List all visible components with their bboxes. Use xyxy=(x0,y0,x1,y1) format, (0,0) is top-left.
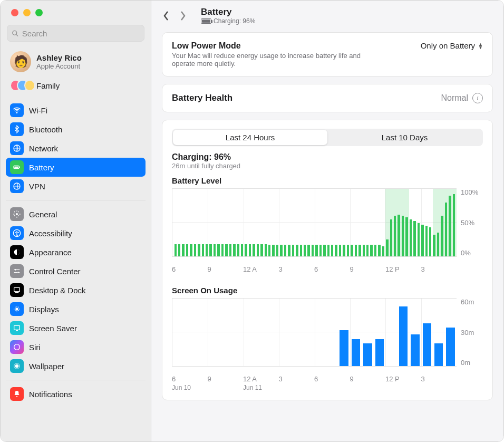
usage-plot xyxy=(172,298,457,367)
sidebar-item-label: Desktop & Dock xyxy=(29,286,86,295)
sidebar-item-wifi[interactable]: Wi-Fi xyxy=(6,101,146,120)
wallpaper-icon xyxy=(10,359,24,373)
battery-health-value: Normal xyxy=(441,93,468,103)
lpm-label: Low Power Mode xyxy=(172,41,362,51)
window-controls xyxy=(6,1,146,22)
lpm-select[interactable]: Only on Battery ▲▼ xyxy=(421,41,483,50)
sidebar-item-label: General xyxy=(29,210,57,219)
sidebar-item-displays[interactable]: Displays xyxy=(6,300,146,319)
sidebar-item-notifications[interactable]: Notifications xyxy=(6,385,146,403)
usage-y-axis: 60m30m0m xyxy=(457,298,483,367)
nav-back-button[interactable] xyxy=(159,8,173,23)
svg-rect-14 xyxy=(15,292,19,293)
family-avatars xyxy=(10,80,31,91)
chart-title: Battery Level xyxy=(172,176,483,185)
sidebar-item-label: Bluetooth xyxy=(29,125,62,134)
sidebar-item-desktopdock[interactable]: Desktop & Dock xyxy=(6,281,146,300)
fullscreen-window-button[interactable] xyxy=(35,9,43,16)
search-input[interactable] xyxy=(22,29,140,38)
sidebar-item-battery[interactable]: Battery xyxy=(6,158,146,177)
svg-point-15 xyxy=(15,308,18,310)
battery-x-axis: 6912 A36912 P3 xyxy=(172,265,483,273)
displays-icon xyxy=(10,302,24,316)
sidebar-item-vpn[interactable]: VPN xyxy=(6,177,146,196)
desktopdock-icon xyxy=(10,283,24,297)
sidebar-item-label: Screen Saver xyxy=(29,324,77,333)
nav-forward-button[interactable] xyxy=(176,8,190,23)
screen-on-usage-chart: Screen On Usage 60m30m0m 6912 A36912 P3 … xyxy=(172,286,483,391)
svg-point-21 xyxy=(16,363,17,363)
tab-last-24-hours[interactable]: Last 24 Hours xyxy=(173,130,327,145)
page-subtitle-text: Charging: 96% xyxy=(214,17,255,25)
sidebar-item-wallpaper[interactable]: Wallpaper xyxy=(6,357,146,376)
svg-rect-4 xyxy=(20,167,20,168)
battery-health-row[interactable]: Battery Health Normal i xyxy=(162,84,493,112)
sidebar-item-general[interactable]: General xyxy=(6,205,146,224)
bluetooth-icon xyxy=(10,122,24,136)
sidebar-item-siri[interactable]: Siri xyxy=(6,338,146,357)
time-range-segmented: Last 24 Hours Last 10 Days xyxy=(172,129,483,146)
sidebar-item-bluetooth[interactable]: Bluetooth xyxy=(6,120,146,139)
svg-point-12 xyxy=(17,272,19,273)
svg-line-1 xyxy=(16,34,18,36)
account-sub: Apple Account xyxy=(36,62,82,70)
avatar: 🧑 xyxy=(10,51,31,72)
search-icon xyxy=(12,30,19,37)
svg-rect-13 xyxy=(14,287,20,291)
sidebar-item-label: Wallpaper xyxy=(29,362,64,371)
charging-status-main: Charging: 96% xyxy=(172,152,483,162)
sidebar-item-network[interactable]: Network xyxy=(6,139,146,158)
sidebar-item-label: Control Center xyxy=(29,267,81,276)
page-title: Battery xyxy=(201,7,255,17)
accessibility-icon xyxy=(10,226,24,240)
wifi-icon xyxy=(10,103,24,117)
sidebar-item-appearance[interactable]: Appearance xyxy=(6,243,146,262)
sidebar-item-label: Accessibility xyxy=(29,229,72,238)
usage-date-row: Jun 10Jun 11 xyxy=(172,384,483,391)
lpm-description: Your Mac will reduce energy usage to inc… xyxy=(172,52,362,68)
battery-status-icon xyxy=(201,18,211,24)
vpn-icon xyxy=(10,179,24,193)
network-icon xyxy=(10,141,24,155)
sidebar-item-label: Network xyxy=(29,144,58,153)
battery-icon xyxy=(10,160,24,174)
svg-rect-5 xyxy=(14,167,18,168)
info-icon[interactable]: i xyxy=(472,93,483,103)
svg-point-0 xyxy=(13,31,17,35)
sidebar-apple-account[interactable]: 🧑 Ashley Rico Apple Account xyxy=(6,49,146,76)
svg-point-9 xyxy=(16,231,17,232)
sidebar-item-label: Displays xyxy=(29,305,59,314)
svg-point-18 xyxy=(14,344,20,350)
sidebar-item-controlcenter[interactable]: Control Center xyxy=(6,262,146,281)
svg-point-24 xyxy=(20,366,20,366)
close-window-button[interactable] xyxy=(11,9,18,16)
search-field[interactable] xyxy=(7,25,144,42)
minimize-window-button[interactable] xyxy=(23,9,31,16)
low-power-mode-row: Low Power Mode Your Mac will reduce ener… xyxy=(162,32,493,76)
account-name: Ashley Rico xyxy=(36,53,82,62)
notifications-icon xyxy=(10,387,24,401)
family-label: Family xyxy=(36,81,60,90)
sidebar-item-accessibility[interactable]: Accessibility xyxy=(6,224,146,243)
svg-rect-17 xyxy=(16,330,18,331)
screensaver-icon xyxy=(10,321,24,335)
appearance-icon xyxy=(10,245,24,259)
chart-title: Screen On Usage xyxy=(172,286,483,295)
svg-point-7 xyxy=(16,213,18,215)
general-icon xyxy=(10,207,24,221)
sidebar-item-label: Notifications xyxy=(29,390,72,399)
sidebar-family[interactable]: Family xyxy=(6,76,146,97)
sidebar-item-label: Battery xyxy=(29,163,54,172)
battery-y-axis: 100%50%0% xyxy=(457,188,483,257)
usage-x-axis: 6912 A36912 P3 xyxy=(172,375,483,383)
tab-last-10-days[interactable]: Last 10 Days xyxy=(327,130,482,145)
svg-point-19 xyxy=(15,364,19,368)
page-subtitle: Charging: 96% xyxy=(201,17,255,25)
sidebar-item-screensaver[interactable]: Screen Saver xyxy=(6,319,146,338)
svg-rect-16 xyxy=(14,325,20,330)
sidebar-item-label: Siri xyxy=(29,343,41,352)
usage-card: Last 24 Hours Last 10 Days Charging: 96%… xyxy=(162,120,493,400)
sidebar-item-label: Wi-Fi xyxy=(29,106,47,115)
svg-point-22 xyxy=(16,369,17,369)
sidebar-item-label: VPN xyxy=(29,182,45,191)
